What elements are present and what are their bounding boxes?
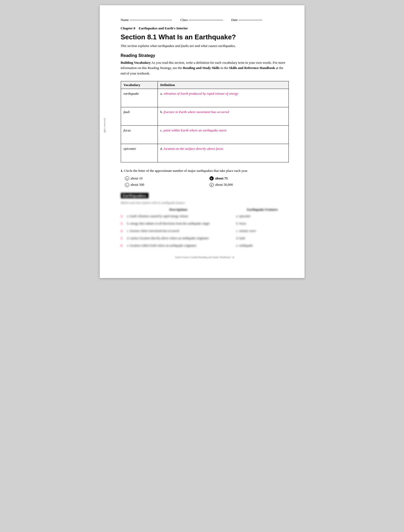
def-text-fault: fracture in Earth where movement has occ…	[164, 110, 229, 114]
feature-seismic-wave: c. seismic wave	[236, 228, 289, 233]
def-text-epicenter: location on the surface directly above f…	[164, 147, 223, 151]
choice-c-text: about 500	[131, 182, 144, 188]
choices-grid: a about 10 b about 75 c about 500 d abou…	[125, 176, 289, 188]
features-col: Earthquake Features a. epicenter b. focu…	[236, 208, 289, 251]
match-text-5: d. surface location directly above where…	[127, 236, 236, 241]
reading-strategy-bold-prefix: Building Vocabulary	[121, 61, 151, 65]
choice-a-letter: a	[125, 176, 129, 180]
term-epicenter: epicenter	[121, 144, 158, 162]
match-text-4: c. fracture where movement has occurred	[127, 228, 236, 233]
page: ghts reserved. Name Class Date Chapter 8…	[100, 5, 305, 278]
def-earthquake: a. vibration of Earth produced by rapid …	[158, 89, 288, 107]
def-label-c: c.	[160, 128, 163, 132]
table-row: earthquake a. vibration of Earth produce…	[121, 89, 288, 107]
class-field: Class	[180, 18, 223, 22]
def-focus: c. point within Earth where an earthquak…	[158, 125, 288, 144]
match-text-2: a. Earth vibration caused by rapid energ…	[127, 214, 236, 219]
list-item: 3. b. energy that radiates in all direct…	[121, 221, 236, 226]
match-num-4: 4.	[121, 228, 125, 233]
class-label: Class	[180, 18, 188, 22]
vocabulary-table: Vocabulary Definition earthquake a. vibr…	[121, 81, 289, 162]
choice-a-text: about 10	[131, 176, 143, 181]
date-label: Date	[231, 18, 238, 22]
table-row: fault b. fracture in Earth where movemen…	[121, 107, 288, 125]
choice-d-text: about 50,000	[215, 182, 233, 188]
header-fields: Name Class Date	[121, 18, 289, 22]
match-text-6: e. location within Earth where an earthq…	[127, 243, 236, 248]
match-num-5: 5.	[121, 236, 125, 241]
def-text-earthquake: vibration of Earth produced by rapid rel…	[164, 92, 238, 95]
def-label-d: d.	[160, 147, 163, 151]
section-subtitle: This section explains what earthquakes a…	[121, 43, 289, 49]
reading-strategy-in: in the	[221, 66, 229, 70]
list-item: 6. e. location within Earth where an ear…	[121, 243, 236, 248]
feature-focus: b. focus	[236, 221, 289, 226]
reading-strategy-body: Building Vocabulary As you read this sec…	[121, 60, 289, 76]
footer-text: Earth Science Guided Reading and Study W…	[121, 256, 289, 259]
class-line[interactable]	[189, 20, 223, 20]
section-title: Section 8.1 What Is an Earthquake?	[121, 33, 289, 41]
date-line[interactable]	[239, 20, 262, 20]
choice-d-letter: d	[209, 183, 214, 187]
match-columns: Descriptions 2. a. Earth vibration cause…	[121, 208, 289, 251]
choice-b-letter: b	[209, 176, 214, 180]
term-fault: fault	[121, 107, 158, 125]
choice-b[interactable]: b about 75	[209, 176, 289, 181]
match-num-3: 3.	[121, 221, 125, 226]
choice-d[interactable]: d about 50,000	[209, 182, 289, 188]
list-item: 4. c. fracture where movement has occurr…	[121, 228, 236, 233]
question-1-block: 1. Circle the letter of the approximate …	[121, 168, 289, 188]
earthquakes-header: Earthquakes	[121, 193, 149, 198]
feature-earthquake: e. earthquake	[236, 243, 289, 248]
def-fault: b. fracture in Earth where movement has …	[158, 107, 288, 125]
match-num-6: 6.	[121, 243, 125, 248]
def-text-focus: point within Earth where an earthquake s…	[164, 128, 227, 132]
def-epicenter: d. location on the surface directly abov…	[158, 144, 288, 162]
chapter-number: Chapter 8	[121, 26, 135, 30]
chapter-line: Chapter 8 Earthquakes and Earth's Interi…	[121, 26, 289, 30]
def-label-b: b.	[160, 110, 163, 114]
chapter-title: Earthquakes and Earth's Interior	[139, 26, 188, 30]
match-instruction: Match each description with its earthqua…	[121, 201, 289, 205]
reading-handbook-bold: Skills and Reference Handbook	[229, 66, 275, 70]
table-row: epicenter d. location on the surface dir…	[121, 144, 288, 162]
term-focus: focus	[121, 125, 158, 144]
date-field: Date	[231, 18, 263, 22]
col-header-vocab: Vocabulary	[121, 81, 158, 89]
descriptions-header: Descriptions	[121, 208, 236, 212]
reading-skills-bold: Reading and Study Skills	[183, 66, 220, 70]
question-1-text: Circle the letter of the approximate num…	[124, 169, 248, 173]
choice-c-letter: c	[125, 183, 129, 187]
col-header-def: Definition	[158, 81, 288, 89]
question-1-number: 1.	[121, 169, 123, 173]
match-text-3: b. energy that radiates in all direction…	[127, 221, 236, 226]
match-num-2: 2.	[121, 214, 125, 219]
earthquakes-blurred-section: Earthquakes Match each description with …	[121, 191, 289, 251]
reading-strategy-title: Reading Strategy	[121, 53, 289, 58]
list-item: 5. d. surface location directly above wh…	[121, 236, 236, 241]
def-label-a: a.	[160, 92, 163, 95]
name-label: Name	[121, 18, 129, 22]
feature-fault: d. fault	[236, 236, 289, 241]
descriptions-col: Descriptions 2. a. Earth vibration cause…	[121, 208, 236, 251]
features-header: Earthquake Features	[236, 208, 289, 212]
choice-c[interactable]: c about 500	[125, 182, 204, 188]
choice-a[interactable]: a about 10	[125, 176, 204, 181]
choice-b-text: about 75	[215, 176, 228, 181]
name-field: Name	[121, 18, 172, 22]
name-line[interactable]	[130, 20, 172, 20]
sidebar-rights: ghts reserved.	[103, 118, 106, 132]
feature-epicenter: a. epicenter	[236, 214, 289, 219]
list-item: 2. a. Earth vibration caused by rapid en…	[121, 214, 236, 219]
term-earthquake: earthquake	[121, 89, 158, 107]
table-row: focus c. point within Earth where an ear…	[121, 125, 288, 144]
